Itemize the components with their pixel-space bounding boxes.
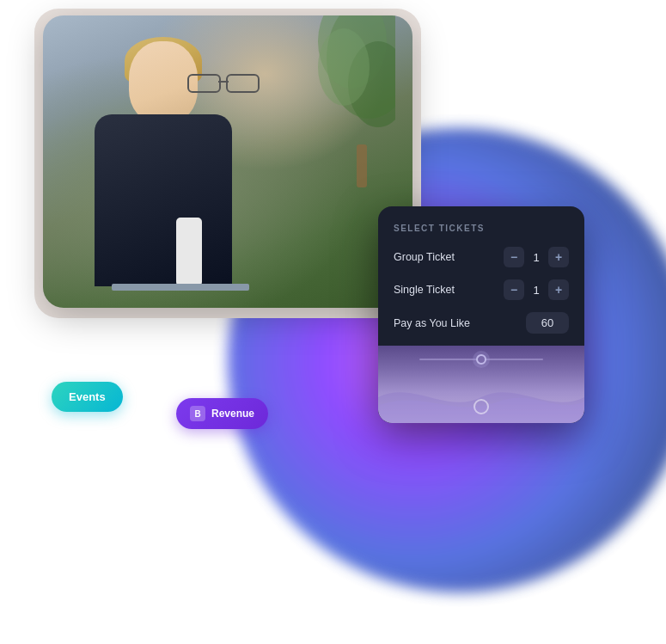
dashed-circle (127, 388, 168, 429)
bottom-circle-indicator (474, 399, 489, 414)
pay-as-you-like-label: Pay as You Like (394, 317, 470, 329)
single-ticket-plus-button[interactable]: + (548, 279, 569, 300)
svg-point-3 (318, 28, 370, 106)
pay-as-you-like-value[interactable]: 60 (526, 312, 569, 334)
group-ticket-row: Group Ticket − 1 + (394, 247, 569, 267)
group-ticket-stepper: − 1 + (504, 247, 569, 267)
single-ticket-value: 1 (529, 284, 543, 297)
pay-as-you-like-row: Pay as You Like 60 (394, 312, 569, 334)
person-figure (69, 33, 284, 308)
svg-rect-4 (357, 144, 367, 187)
group-ticket-value: 1 (529, 251, 543, 264)
events-badge[interactable]: Events (52, 382, 123, 412)
scene: SELECT TICKETS Group Ticket − 1 + Single… (0, 0, 666, 644)
group-ticket-minus-button[interactable]: − (504, 247, 524, 267)
jacket (95, 114, 232, 286)
single-ticket-stepper: − 1 + (504, 279, 569, 300)
single-ticket-row: Single Ticket − 1 + (394, 279, 569, 300)
ticket-card-bottom (378, 346, 584, 423)
shirt (176, 218, 202, 286)
photo-card (43, 15, 412, 308)
revenue-label: Revenue (211, 408, 254, 420)
group-ticket-plus-button[interactable]: + (548, 247, 569, 267)
revenue-icon: B (190, 406, 205, 421)
group-ticket-label: Group Ticket (394, 251, 455, 263)
laptop (112, 284, 249, 291)
wave-shape (378, 371, 584, 423)
single-ticket-label: Single Ticket (394, 284, 455, 296)
glasses (187, 74, 260, 91)
ticket-card-title: SELECT TICKETS (394, 224, 569, 233)
slider-thumb[interactable] (476, 354, 486, 365)
single-ticket-minus-button[interactable]: − (504, 279, 524, 300)
ticket-card: SELECT TICKETS Group Ticket − 1 + Single… (378, 206, 584, 423)
revenue-badge[interactable]: B Revenue (176, 398, 268, 429)
glasses-bridge (218, 81, 229, 83)
head (129, 41, 198, 123)
